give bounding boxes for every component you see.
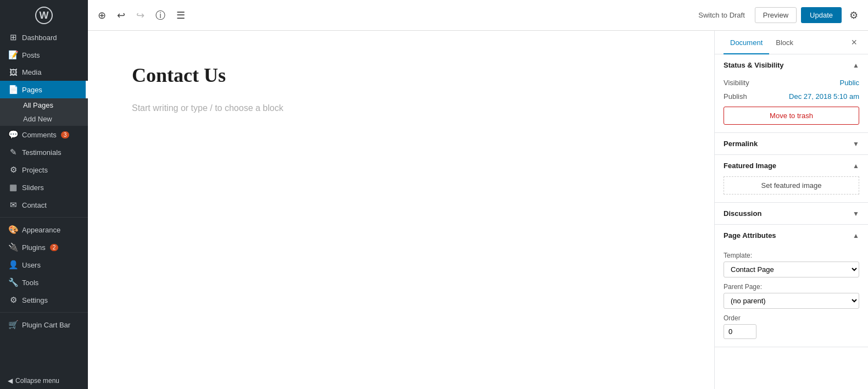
parent-page-label: Parent Page: [724, 283, 859, 291]
content-area: Contact Us Start writing or type / to ch… [88, 31, 868, 389]
contact-icon: ✉ [8, 200, 19, 210]
testimonials-icon: ✎ [8, 147, 19, 157]
page-attributes-header[interactable]: Page Attributes ▲ [715, 225, 868, 246]
pages-icon: 📄 [8, 85, 19, 95]
active-indicator [86, 81, 88, 98]
discussion-header[interactable]: Discussion ▼ [715, 203, 868, 224]
plugins-badge: 2 [50, 244, 59, 251]
set-featured-image-button[interactable]: Set featured image [724, 176, 859, 194]
add-block-button[interactable]: ⊕ [94, 6, 109, 25]
sidebar-item-contact[interactable]: ✉ Contact [0, 196, 88, 214]
right-panel: Document Block × Status & Visibility ▲ V… [714, 31, 868, 389]
status-visibility-label: Status & Visibility [724, 61, 784, 69]
page-attributes-label: Page Attributes [724, 231, 776, 240]
page-attributes-body: Template: Default Template Contact Page … [715, 252, 868, 347]
users-icon: 👤 [8, 260, 19, 270]
visibility-value[interactable]: Public [840, 79, 859, 87]
featured-image-label: Featured Image [724, 162, 776, 170]
projects-icon: ⚙ [8, 165, 19, 175]
page-title: Contact Us [132, 64, 670, 87]
status-visibility-chevron: ▲ [853, 62, 859, 69]
move-to-trash-button[interactable]: Move to trash [724, 107, 859, 125]
tab-block[interactable]: Block [769, 31, 800, 54]
add-icon: ⊕ [98, 9, 106, 21]
sidebar-item-users[interactable]: 👤 Users [0, 256, 88, 274]
permalink-header[interactable]: Permalink ▼ [715, 133, 868, 154]
permalink-label: Permalink [724, 140, 758, 148]
status-visibility-header[interactable]: Status & Visibility ▲ [715, 54, 868, 76]
sidebar-item-posts[interactable]: 📝 Posts [0, 46, 88, 64]
discussion-chevron: ▼ [853, 210, 859, 218]
plugins-icon: 🔌 [8, 242, 19, 252]
sidebar-item-testimonials[interactable]: ✎ Testimonials [0, 143, 88, 161]
sidebar-item-plugin-cart-bar[interactable]: 🛒 Plugin Cart Bar [0, 316, 88, 334]
switch-to-draft-button[interactable]: Switch to Draft [693, 8, 750, 23]
sidebar-sub-add-new[interactable]: Add New [8, 112, 88, 126]
section-permalink: Permalink ▼ [715, 133, 868, 155]
undo-icon: ↩ [117, 9, 125, 21]
editor[interactable]: Contact Us Start writing or type / to ch… [88, 31, 714, 389]
sidebar: W ⊞ Dashboard 📝 Posts 🖼 Media 📄 Pages Al… [0, 0, 88, 389]
settings-gear-button[interactable]: ⚙ [846, 6, 861, 25]
tab-document[interactable]: Document [724, 31, 769, 54]
panel-close-button[interactable]: × [849, 35, 859, 51]
section-page-attributes: Page Attributes ▲ Template: Default Temp… [715, 225, 868, 347]
undo-button[interactable]: ↩ [114, 6, 129, 25]
main-area: ⊕ ↩ ↪ ⓘ ☰ Switch to Draft Preview Update… [88, 0, 868, 389]
sidebar-item-tools[interactable]: 🔧 Tools [0, 274, 88, 291]
sidebar-divider-1 [0, 217, 88, 218]
sidebar-item-media[interactable]: 🖼 Media [0, 64, 88, 81]
featured-image-chevron: ▲ [853, 162, 859, 170]
publish-label: Publish [724, 92, 747, 101]
posts-icon: 📝 [8, 50, 19, 60]
sidebar-divider-2 [0, 312, 88, 313]
sidebar-item-sliders[interactable]: ▦ Sliders [0, 179, 88, 196]
pages-submenu: All Pages Add New [0, 98, 88, 126]
sidebar-sub-all-pages[interactable]: All Pages [8, 98, 88, 112]
tools-icon: 🔧 [8, 277, 19, 287]
sidebar-item-pages[interactable]: 📄 Pages [0, 81, 88, 98]
redo-icon: ↪ [136, 9, 144, 21]
sidebar-item-plugins[interactable]: 🔌 Plugins 2 [0, 238, 88, 256]
discussion-label: Discussion [724, 209, 761, 218]
featured-image-header[interactable]: Featured Image ▲ [715, 155, 868, 176]
template-label: Template: [724, 252, 859, 259]
section-status-visibility: Status & Visibility ▲ Visibility Public … [715, 54, 868, 133]
page-attributes-chevron: ▲ [853, 232, 859, 240]
wp-logo: W [0, 0, 88, 29]
info-icon: ⓘ [155, 9, 165, 22]
publish-value[interactable]: Dec 27, 2018 5:10 am [789, 92, 859, 101]
list-icon: ☰ [176, 9, 185, 21]
plugin-cart-icon: 🛒 [8, 320, 19, 330]
settings-icon: ⚙ [8, 295, 19, 305]
panel-tabs: Document Block × [715, 31, 868, 54]
order-input[interactable] [724, 324, 756, 339]
redo-button[interactable]: ↪ [133, 6, 148, 25]
collapse-icon: ◀ [8, 377, 13, 385]
media-icon: 🖼 [8, 68, 19, 77]
wp-logo-circle: W [35, 7, 53, 24]
update-button[interactable]: Update [801, 7, 842, 23]
section-discussion: Discussion ▼ [715, 203, 868, 225]
gear-icon: ⚙ [849, 10, 858, 21]
sidebar-item-projects[interactable]: ⚙ Projects [0, 161, 88, 179]
template-select[interactable]: Default Template Contact Page Full Width… [724, 262, 859, 277]
visibility-label: Visibility [724, 79, 749, 87]
editor-placeholder[interactable]: Start writing or type / to choose a bloc… [132, 103, 670, 113]
sidebar-item-dashboard[interactable]: ⊞ Dashboard [0, 29, 88, 46]
sidebar-item-settings[interactable]: ⚙ Settings [0, 291, 88, 309]
status-visibility-body: Visibility Public Publish Dec 27, 2018 5… [715, 76, 868, 132]
sliders-icon: ▦ [8, 182, 19, 192]
featured-image-body: Set featured image [715, 176, 868, 202]
section-featured-image: Featured Image ▲ Set featured image [715, 155, 868, 203]
list-view-button[interactable]: ☰ [173, 6, 188, 25]
comments-badge: 3 [61, 131, 70, 138]
collapse-menu[interactable]: ◀ Collapse menu [0, 373, 88, 389]
parent-page-select[interactable]: (no parent) [724, 293, 859, 309]
sidebar-item-comments[interactable]: 💬 Comments 3 [0, 126, 88, 143]
preview-button[interactable]: Preview [755, 7, 797, 23]
publish-row: Publish Dec 27, 2018 5:10 am [724, 90, 859, 103]
sidebar-item-appearance[interactable]: 🎨 Appearance [0, 221, 88, 238]
info-button[interactable]: ⓘ [152, 5, 169, 25]
permalink-chevron: ▼ [853, 140, 859, 148]
